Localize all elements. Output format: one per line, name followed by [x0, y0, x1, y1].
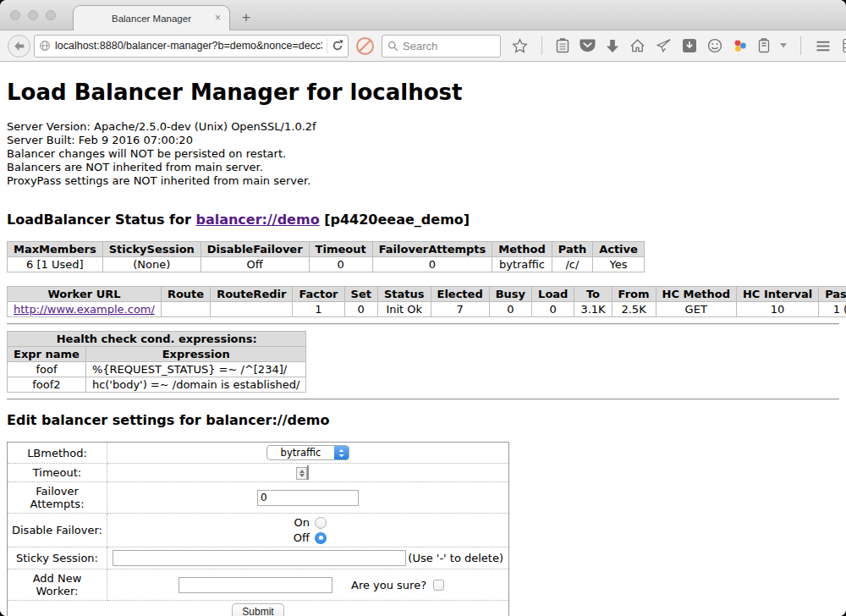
- toolbar-divider: [541, 36, 542, 55]
- pocket-icon[interactable]: [580, 38, 596, 53]
- chevron-down-icon[interactable]: [780, 43, 787, 48]
- col-passes: Passes: [819, 287, 846, 302]
- balancer-link[interactable]: balancer://demo: [195, 212, 319, 228]
- col-method: Method: [492, 242, 552, 257]
- colors-icon[interactable]: [733, 38, 748, 53]
- form-row-add-worker: Add New Worker: Are you sure?: [8, 569, 509, 601]
- tab-balancer-manager[interactable]: Balancer Manager ×: [73, 5, 230, 30]
- reading-list-icon[interactable]: [556, 38, 569, 53]
- failover-attempts-label: Failover Attempts:: [8, 482, 107, 514]
- minimize-window-button[interactable]: [28, 10, 38, 20]
- col-failoverattempts: FailoverAttempts: [372, 242, 492, 257]
- cell-set: 0: [344, 302, 377, 317]
- download-icon[interactable]: [606, 39, 619, 53]
- cell-passes: 1 (0): [819, 302, 846, 317]
- col-elected: Elected: [431, 287, 489, 302]
- url-bar[interactable]: localhost:8880/balancer-manager?b=demo&n…: [34, 35, 349, 58]
- cell-expression: %{REQUEST_STATUS} =~ /^[234]/: [85, 362, 306, 377]
- star-icon[interactable]: [512, 38, 528, 54]
- urlbar-divider: [327, 38, 327, 53]
- container-icon[interactable]: [758, 38, 770, 53]
- chat-icon[interactable]: [707, 38, 722, 53]
- section-divider: [7, 323, 839, 325]
- sticky-session-input[interactable]: [113, 550, 406, 566]
- cell-from: 2.5K: [612, 302, 656, 317]
- add-worker-input[interactable]: [179, 577, 332, 593]
- radio-on-label: On: [289, 516, 310, 529]
- status-heading-suffix: [p4420eeae_demo]: [320, 212, 470, 228]
- cell-status: Init Ok: [377, 302, 431, 317]
- tab-close-icon[interactable]: ×: [215, 12, 221, 24]
- submit-button[interactable]: Submit: [232, 603, 283, 616]
- back-button[interactable]: [8, 35, 30, 58]
- col-busy: Busy: [489, 287, 531, 302]
- col-hc-interval: HC Interval: [736, 287, 818, 302]
- col-maxmembers: MaxMembers: [8, 242, 103, 257]
- cell-stickysession: (None): [102, 257, 201, 272]
- radio-on[interactable]: [315, 517, 327, 529]
- table-header-row: Worker URL Route RouteRedir Factor Set S…: [8, 287, 846, 302]
- browser-window: Balancer Manager × + localhost:8880/bala…: [0, 0, 846, 616]
- radio-off[interactable]: [315, 532, 327, 544]
- lbmethod-select[interactable]: bytraffic: [266, 445, 349, 460]
- table-row: foof2 hc('body') =~ /domain is establish…: [8, 377, 306, 393]
- col-load: Load: [532, 287, 574, 302]
- new-tab-button[interactable]: +: [242, 9, 250, 26]
- cell-route: [161, 302, 210, 317]
- worker-table: Worker URL Route RouteRedir Factor Set S…: [7, 286, 846, 317]
- lbmethod-selected-value: bytraffic: [267, 446, 334, 459]
- url-text[interactable]: localhost:8880/balancer-manager?b=demo&n…: [55, 40, 322, 52]
- search-icon: [387, 41, 398, 52]
- navigation-toolbar: localhost:8880/balancer-manager?b=demo&n…: [0, 30, 846, 62]
- cell-active: Yes: [593, 257, 645, 272]
- confirm-label: Are you sure?: [351, 579, 426, 591]
- worker-url-link[interactable]: http://www.example.com/: [14, 303, 155, 316]
- status-heading: LoadBalancer Status for balancer://demo …: [7, 212, 839, 228]
- form-row-sticky: Sticky Session: (Use '-' to delete): [8, 547, 509, 569]
- back-icon: [13, 40, 25, 52]
- fullscreen-window-button[interactable]: [46, 10, 56, 20]
- col-hc-method: HC Method: [656, 287, 736, 302]
- cell-worker-url: http://www.example.com/: [8, 302, 162, 317]
- number-spinner-icon[interactable]: [296, 467, 307, 480]
- failover-attempts-input[interactable]: [257, 490, 359, 506]
- cell-method: bytraffic: [492, 257, 552, 272]
- sticky-session-note: (Use '-' to delete): [408, 552, 505, 564]
- disable-failover-label: Disable Failover:: [8, 514, 107, 547]
- table-title-row: Health check cond. expressions:: [8, 332, 306, 347]
- home-icon[interactable]: [629, 38, 645, 53]
- confirm-checkbox[interactable]: [433, 580, 444, 591]
- cell-maxmembers: 6 [1 Used]: [8, 257, 103, 272]
- health-table-title: Health check cond. expressions:: [8, 332, 306, 347]
- reload-icon[interactable]: [332, 40, 343, 52]
- search-input[interactable]: [403, 40, 487, 52]
- timeout-label: Timeout:: [8, 464, 107, 482]
- page-title: Load Balancer Manager for localhost: [7, 80, 839, 105]
- search-bar[interactable]: [382, 35, 501, 58]
- col-stickysession: StickySession: [102, 242, 201, 257]
- toolbar-divider: [800, 36, 801, 55]
- col-to: To: [574, 287, 612, 302]
- save-page-icon[interactable]: [682, 38, 697, 53]
- tab-bar: Balancer Manager × +: [0, 0, 846, 30]
- close-window-button[interactable]: [10, 10, 20, 20]
- form-row-submit: Submit: [8, 601, 509, 616]
- toolbar-icons: [512, 36, 846, 55]
- table-header-row: Expr name Expression: [8, 347, 306, 362]
- radio-off-label: Off: [289, 531, 310, 544]
- cell-routeredir: [211, 302, 293, 317]
- menu-icon[interactable]: [815, 40, 832, 52]
- server-built-line: Server Built: Feb 9 2016 07:00:20: [7, 134, 839, 147]
- col-from: From: [612, 287, 656, 302]
- cell-expr-name: foof2: [8, 377, 86, 393]
- send-icon[interactable]: [656, 38, 672, 53]
- tab-title: Balancer Manager: [112, 14, 191, 24]
- sticky-session-label: Sticky Session:: [8, 547, 107, 569]
- tiles-icon[interactable]: [842, 38, 846, 53]
- block-plugin-icon[interactable]: [356, 37, 374, 55]
- col-timeout: Timeout: [309, 242, 372, 257]
- table-row: http://www.example.com/ 1 0 Init Ok 7 0 …: [8, 302, 846, 317]
- cell-hc-interval: 10: [736, 302, 818, 317]
- form-row-timeout: Timeout:: [8, 464, 509, 482]
- form-row-disable-failover: Disable Failover: On Off: [8, 514, 509, 547]
